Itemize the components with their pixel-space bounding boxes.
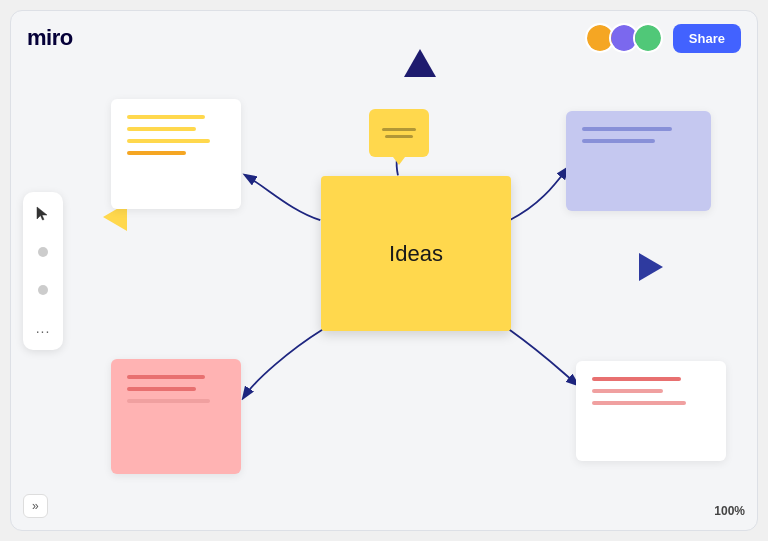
- more-options-tool[interactable]: ...: [29, 314, 57, 342]
- circle-tool-1[interactable]: [29, 238, 57, 266]
- dot-1: [38, 247, 48, 257]
- card-purple-topright[interactable]: [566, 111, 711, 211]
- share-button[interactable]: Share: [673, 24, 741, 53]
- avatar-3: [633, 23, 663, 53]
- sticky-small-yellow[interactable]: [369, 109, 429, 157]
- card-line-2: [127, 127, 196, 131]
- canvas-wrapper: miro Share: [10, 10, 758, 531]
- canvas-content: Ideas: [11, 11, 757, 530]
- zoom-indicator: 100%: [714, 504, 745, 518]
- white-pink-line-2: [592, 389, 663, 393]
- expand-button[interactable]: »: [23, 494, 48, 518]
- bubble-line-2: [385, 135, 413, 138]
- card-white-topleft[interactable]: [111, 99, 241, 209]
- more-dots: ...: [36, 320, 51, 336]
- avatars-group: [585, 23, 663, 53]
- purple-line-1: [582, 127, 672, 131]
- central-label: Ideas: [389, 241, 443, 267]
- pink-line-1: [127, 375, 205, 379]
- purple-line-2: [582, 139, 655, 143]
- left-toolbar: ...: [23, 192, 63, 350]
- circle-tool-2[interactable]: [29, 276, 57, 304]
- white-pink-line-1: [592, 377, 681, 381]
- pink-line-2: [127, 387, 196, 391]
- avatar-circle-3: [635, 25, 661, 51]
- bottom-toolbar: »: [23, 494, 48, 518]
- cursor-tool[interactable]: [29, 200, 57, 228]
- header-right: Share: [585, 23, 741, 53]
- dot-2: [38, 285, 48, 295]
- card-white-bottomright[interactable]: [576, 361, 726, 461]
- logo: miro: [27, 25, 73, 51]
- card-line-4: [127, 151, 186, 155]
- pink-line-3: [127, 399, 210, 403]
- card-line-1: [127, 115, 205, 119]
- sticky-central[interactable]: Ideas: [321, 176, 511, 331]
- card-line-3: [127, 139, 210, 143]
- header: miro Share: [11, 11, 757, 65]
- triangle-right-blue: [639, 253, 663, 281]
- bubble-line-1: [382, 128, 416, 131]
- card-pink-bottomleft[interactable]: [111, 359, 241, 474]
- white-pink-line-3: [592, 401, 686, 405]
